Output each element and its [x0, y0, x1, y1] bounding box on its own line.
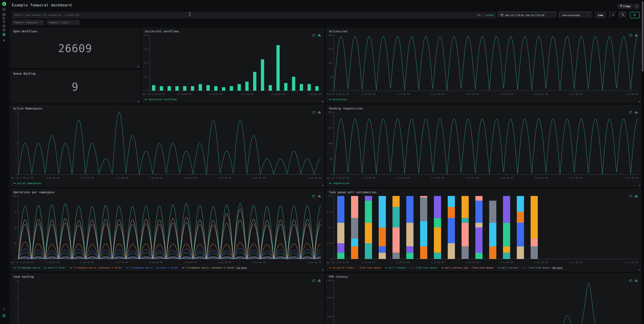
panel-resize-handle[interactable] [322, 101, 323, 102]
date-range-button[interactable]: Dec 16 17:29:30 - Dec 16 17:51:30 [498, 12, 557, 18]
panel-resize-handle[interactable] [138, 101, 139, 102]
query-mode-toggle[interactable]: SQL | Lucene [477, 12, 494, 18]
granularity-label: Auto Granularity [562, 14, 580, 16]
svg-text:5:42:00 PM: 5:42:00 PM [184, 261, 197, 264]
legend-item[interactable]: no_poller_tasks ..-flow-task-queue [329, 266, 381, 269]
sidebar-item-metrics[interactable] [2, 16, 6, 20]
sidebar-item-alerts[interactable] [2, 20, 6, 24]
svg-text:0: 0 [331, 89, 332, 92]
panel-resize-handle[interactable] [322, 185, 323, 186]
panel-resize-handle[interactable] [322, 269, 323, 270]
legend-label: no_poller_tasks ..-flow-task-queue [333, 266, 381, 269]
panel-task-queue-poll-outcomes: Task queue poll outcomes/sec 00.050.10.1… [326, 189, 641, 271]
search-bar[interactable]: SQL | Lucene [12, 12, 496, 18]
scrollbar-track[interactable] [641, 0, 644, 324]
legend-swatch [13, 183, 16, 184]
svg-text:5:51:00 PM: 5:51:00 PM [308, 261, 321, 264]
legend-item[interactable]: successful workflows [145, 98, 177, 101]
filter-label: Temporal region [49, 21, 69, 24]
scrollbar-thumb[interactable] [642, 1, 644, 72]
svg-text:0.2: 0.2 [144, 76, 148, 78]
svg-text:100: 100 [13, 195, 16, 197]
refresh-button[interactable] [610, 12, 617, 18]
svg-text:0: 0 [15, 258, 16, 260]
sidebar-item-topology[interactable] [2, 28, 6, 31]
chart-actions-sec: 050100150200Dec 16 5:29:30 PM5:32:00 PM5… [326, 28, 641, 103]
svg-text:5:37:00 PM: 5:37:00 PM [115, 261, 128, 264]
svg-text:5:39:30 PM: 5:39:30 PM [466, 261, 478, 264]
legend-swatch [329, 268, 331, 268]
svg-text:5:34:30 PM: 5:34:30 PM [80, 261, 94, 264]
svg-text:0.6: 0.6 [144, 48, 148, 50]
legend-item[interactable]: poll_timeout · c..-flow-task-queue [385, 266, 437, 269]
live-label: Live [598, 14, 603, 16]
legend-item[interactable]: clickpipes-aws-p..outheast-2.12c4n [70, 266, 122, 269]
legend-item[interactable]: active namespaces [13, 182, 41, 185]
svg-text:5:42:00 PM: 5:42:00 PM [184, 177, 197, 179]
svg-text:5:39:30 PM: 5:39:30 PM [149, 177, 162, 179]
svg-text:5:39:30 PM: 5:39:30 PM [466, 93, 478, 95]
panel-resize-handle[interactable] [639, 101, 640, 102]
page-title: Example Temporal dashboard [12, 3, 72, 7]
legend-label: clickpipes-aws-p..outheast-2.12c4n [74, 266, 122, 269]
legend-item[interactable]: requests/sec [329, 182, 350, 185]
svg-text:5:42:00 PM: 5:42:00 PM [500, 177, 513, 179]
panel-resize-handle[interactable] [639, 269, 640, 270]
svg-text:5:32:00 PM: 5:32:00 PM [46, 261, 59, 264]
legend-item[interactable]: clickpipes-aws-p..outheast-2.12c4n [182, 266, 234, 269]
legend-more-link[interactable]: +56 more [552, 266, 562, 269]
play-icon [634, 13, 636, 17]
svg-text:50: 50 [330, 76, 332, 78]
svg-text:5:42:00 PM: 5:42:00 PM [500, 261, 513, 264]
legend-item[interactable]: poll_success_syn..-flow-task-queue [442, 266, 494, 269]
chart-operations-per-namespace: 0255075100Dec 16 5:29:30 PM5:32:00 PM5:3… [10, 189, 324, 271]
run-query-button[interactable] [630, 12, 640, 18]
sidebar-item-settings[interactable] [2, 38, 6, 42]
more-menu-button[interactable] [634, 4, 640, 9]
sidebar-item-tables[interactable] [2, 13, 6, 16]
legend-item[interactable]: poll_success · c..-flow-task-queue [498, 266, 550, 269]
mode-sql-label[interactable]: SQL [477, 14, 481, 16]
panel-pending-requests: Pending requests/sec 05K10K15K20KDec 16 … [326, 105, 641, 187]
sidebar-item-devices[interactable] [2, 24, 6, 28]
svg-text:0.029: 0.029 [326, 296, 332, 299]
svg-text:5:37:00 PM: 5:37:00 PM [431, 177, 444, 179]
legend-label: clickpipes-aws-p..-us-east-2.12c4n [17, 266, 65, 269]
legend-item[interactable]: clickpipes-aws-p..-us-east-1.12c4n [126, 266, 178, 269]
chart-successful-workflows: 00.20.40.60.8Dec 16 5:29:30 PM5:34:00 PM… [142, 28, 324, 103]
legend-swatch [145, 99, 147, 100]
svg-text:5:47:00 PM: 5:47:00 PM [252, 177, 266, 179]
svg-text:8: 8 [15, 111, 16, 113]
mode-separator: | [482, 14, 484, 16]
filter-button[interactable] [619, 12, 627, 18]
svg-text:0.8: 0.8 [144, 34, 148, 36]
panel-resize-handle[interactable] [138, 66, 139, 67]
filter-temporal-namespace[interactable]: Temporal namespace [12, 20, 44, 25]
filter-temporal-region[interactable]: Temporal region [46, 20, 80, 25]
user-avatar[interactable]: D [2, 314, 6, 318]
legend-item[interactable]: clickpipes-aws-p..-us-east-2.12c4n [13, 266, 65, 269]
search-input[interactable] [12, 12, 468, 18]
svg-text:5:47:00 PM: 5:47:00 PM [569, 177, 582, 179]
legend-item[interactable]: action/sec [329, 98, 347, 101]
mode-lucene-label[interactable]: Lucene [485, 14, 494, 16]
svg-text:20K: 20K [328, 111, 332, 113]
granularity-select[interactable]: Auto Granularity [559, 12, 593, 18]
svg-text:5:47:00 PM: 5:47:00 PM [252, 261, 266, 264]
sidebar-item-toggle[interactable] [2, 8, 6, 11]
help-button[interactable]: ? [2, 307, 6, 311]
svg-text:5:39:30 PM: 5:39:30 PM [466, 177, 478, 179]
svg-text:Dec 16 5:29:30 PM: Dec 16 5:29:30 PM [326, 177, 349, 179]
legend-more-link[interactable]: +12 more [236, 266, 247, 269]
tags-button[interactable]: 0 Tags [618, 4, 632, 9]
svg-text:5:47:00 PM: 5:47:00 PM [569, 93, 582, 95]
chart-legend: no_poller_tasks ..-flow-task-queuepoll_t… [329, 266, 562, 269]
chevron-updown-icon [587, 13, 590, 17]
sidebar-item-dashboards[interactable] [2, 33, 6, 36]
panel-resize-handle[interactable] [639, 185, 640, 186]
svg-text:5:39:30 PM: 5:39:30 PM [149, 261, 162, 264]
svg-text:0.1: 0.1 [328, 226, 332, 229]
svg-text:5:47:00 PM: 5:47:00 PM [569, 261, 582, 264]
live-button[interactable]: Live [595, 12, 606, 18]
app-logo-icon[interactable] [2, 2, 6, 5]
